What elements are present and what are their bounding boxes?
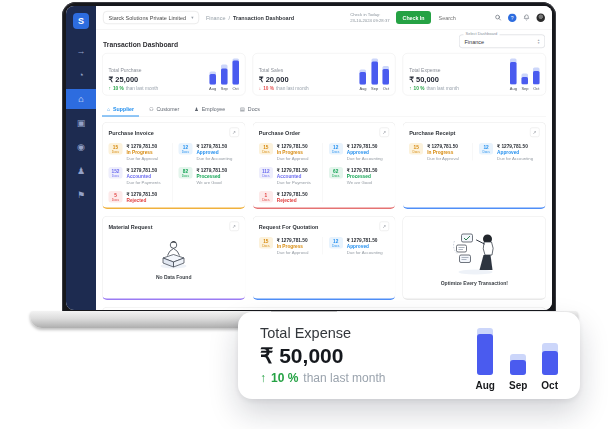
mini-bar-chart: AugSepOct [209,59,239,92]
search-icon[interactable] [495,14,502,21]
entry-note: Due for Approval [127,156,159,161]
bar-column: Sep [521,59,528,92]
entry-note: Due for Payments [277,180,311,185]
app-main: Starck Solutions Private Limited ▾ Finan… [96,6,552,310]
app-logo[interactable]: S [73,13,89,29]
doc-entry[interactable]: 15Docs₹ 1279,781.50In ProgressDue for Ap… [409,143,469,161]
entry-amount: ₹ 1279,781.50 [277,143,309,149]
bar-column: Oct [541,325,558,391]
doc-entry[interactable]: 12Docs₹ 1279,781.50ApprovedDue for Accou… [178,143,238,161]
bar-label: Oct [383,87,389,92]
external-link-icon[interactable]: ↗ [380,128,390,138]
bar-label: Aug [359,87,366,92]
doc-entry[interactable]: 152Docs₹ 1279,781.50AccountedDue for Pay… [109,167,169,185]
empty-state-text: No Data Found [156,274,192,280]
sidebar-item-getting-started[interactable]: → [66,41,96,61]
card-title: Request For Quotation [259,223,319,229]
docs-count-badge: 1Docs [259,191,273,203]
bar-label: Sep [221,87,228,92]
entry-text: ₹ 1279,781.50ProcessedWe are Good [347,167,378,185]
entry-note: Due for Approval [277,250,309,255]
sidebar-item-media[interactable]: ◉ [66,137,96,157]
sidebar-item-people[interactable]: ♟ [66,161,96,181]
bar-label: Aug [510,87,517,92]
doc-entry[interactable]: 62Docs₹ 1279,781.50ProcessedWe are Good [329,167,389,185]
sidebar-item-finance[interactable]: ⌂ [66,89,96,109]
doc-entry[interactable]: 82Docs₹ 1279,781.50ProcessedWe are Good [178,167,238,185]
arrow-icon: → [77,46,86,56]
entry-amount: ₹ 1279,781.50 [427,143,459,149]
company-selector[interactable]: Starck Solutions Private Limited ▾ [103,11,199,24]
breadcrumb-section[interactable]: Finance [206,15,226,21]
entry-note: We are Good [196,180,227,185]
tab-customer[interactable]: ⚇ Customer [144,102,184,117]
kpi-card-total-sales[interactable]: Total Sales ₹ 20,000 ↓ 10 % than last mo… [252,53,395,96]
external-link-icon[interactable]: ↗ [380,222,390,232]
entry-note: Due for Accounting [347,156,383,161]
external-link-icon[interactable]: ↗ [229,128,239,138]
kpi-delta: ↑ 10 % than last month [409,86,459,92]
kpi-row: Total Purchase ₹ 25,000 ↑ 10 % than last… [102,53,546,96]
tab-supplier[interactable]: ⌂ Supplier [102,102,139,117]
doc-entry[interactable]: 15Docs₹ 1279,781.50In ProgressDue for Ap… [109,143,169,161]
company-name: Starck Solutions Private Limited [109,15,187,21]
check-in-button[interactable]: Check In [396,11,431,24]
dashboard-select[interactable]: Select Dashboard Finance ▴▾ [459,35,545,49]
search-box[interactable] [438,14,502,21]
breadcrumb-separator: / [228,15,230,21]
breadcrumb-page: Transaction Dashboard [233,15,294,21]
select-chevrons-icon[interactable]: ▴▾ [538,39,540,44]
sidebar-item-attendance[interactable]: ◔ [66,65,96,85]
entry-amount: ₹ 1279,781.50 [277,167,311,173]
promo-illustration [444,230,504,276]
card-title: Material Request [109,223,153,229]
entry-text: ₹ 1279,781.50ApprovedDue for Accounting [347,143,383,161]
bar-label: Oct [533,87,539,92]
sidebar-item-inventory[interactable]: ▣ [66,113,96,133]
card-material-request: Material Request ↗ [102,216,245,300]
kpi-card-total-purchase[interactable]: Total Purchase ₹ 25,000 ↑ 10 % than last… [102,53,245,96]
docs-count-badge: 15Docs [259,143,273,155]
sidebar-item-reports[interactable]: ⚑ [66,185,96,205]
external-link-icon[interactable]: ↗ [229,222,239,232]
doc-entry[interactable]: 15Docs₹ 1279,781.50In ProgressDue for Ap… [259,237,319,255]
doc-entry[interactable]: 12Docs₹ 1279,781.50ApprovedDue for Accou… [329,143,389,161]
entry-text: ₹ 1279,781.50In ProgressDue for Approval [127,143,159,161]
external-link-icon[interactable]: ↗ [530,128,540,138]
kpi-card-total-expense[interactable]: Total Expense ₹ 50,000 ↑ 10 % than last … [403,53,546,96]
entry-amount: ₹ 1279,781.50 [196,167,227,173]
person-icon: ♟ [194,106,198,112]
doc-entry[interactable]: 12Docs₹ 1279,781.50ApprovedDue for Accou… [479,143,539,161]
bar-label: Sep [509,380,527,391]
bar-column: Oct [383,59,390,92]
bar-column: Aug [209,59,216,92]
doc-entry[interactable]: 5Docs₹ 1279,781.50Rejected [109,191,169,203]
laptop-screen: S → ◔ ⌂ ▣ ◉ ♟ ⚑ Starck Solutions Private… [66,6,552,310]
help-button[interactable]: ? [508,13,517,22]
total-expense-zoom-card[interactable]: Total Expense ₹ 50,000 ↑ 10 % than last … [238,312,580,399]
bar-label: Sep [371,87,378,92]
bar-column: Aug [476,325,495,391]
doc-entry[interactable]: 15Docs₹ 1279,781.50In ProgressDue for Ap… [259,143,319,161]
entry-status: Processed [196,173,227,179]
tab-docs[interactable]: ▤ Docs [235,102,265,117]
bar-column: Oct [533,59,540,92]
doc-entry[interactable]: 112Docs₹ 1279,781.50AccountedDue for Pay… [259,167,319,185]
search-input[interactable] [438,14,492,21]
kpi-label: Total Sales [259,67,309,73]
empty-state-illustration [153,239,194,270]
entry-status: Approved [497,149,533,155]
docs-count-badge: 152Docs [109,167,123,179]
notifications-bell-icon[interactable] [523,14,530,21]
docs-count-badge: 15Docs [409,143,423,155]
clock-icon: ◔ [78,70,83,80]
doc-entry[interactable]: 1Docs₹ 1279,781.50Rejected [259,191,319,203]
user-avatar[interactable] [537,13,546,22]
entry-text: ₹ 1279,781.50AccountedDue for Payments [277,167,311,185]
doc-entry[interactable]: 12Docs₹ 1279,781.50ApprovedDue for Accou… [329,237,389,255]
tab-employee[interactable]: ♟ Employee [189,102,230,117]
docs-count-badge: 112Docs [259,167,273,179]
entry-amount: ₹ 1279,781.50 [127,191,158,197]
card-promo: Optimize Every Transaction! [403,216,546,300]
chevron-down-icon: ▾ [191,15,193,20]
